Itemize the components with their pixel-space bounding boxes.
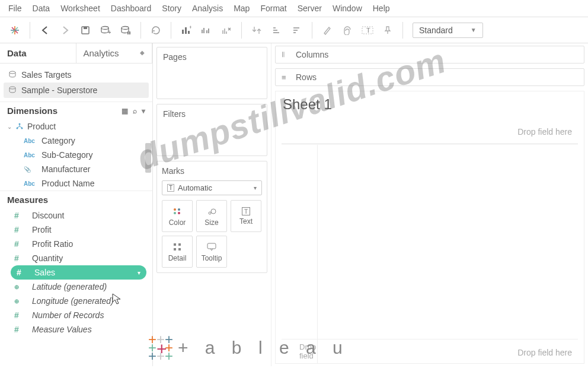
tableau-logo-icon[interactable] bbox=[6, 21, 24, 39]
highlight-button[interactable] bbox=[318, 21, 336, 39]
data-pane: Data Analytics ◆ Sales Targets Sample - … bbox=[0, 43, 153, 366]
sidebar-tabs: Data Analytics ◆ bbox=[0, 43, 152, 64]
svg-rect-26 bbox=[293, 30, 298, 31]
refresh-button[interactable] bbox=[147, 21, 165, 39]
menu-file[interactable]: File bbox=[8, 4, 22, 13]
clear-sheet-button[interactable] bbox=[218, 21, 235, 39]
field-longitude[interactable]: ⊕Longitude (generated) bbox=[0, 294, 152, 308]
menu-story[interactable]: Story bbox=[162, 4, 181, 13]
field-profit[interactable]: #Profit bbox=[0, 223, 152, 237]
filters-shelf[interactable]: Filters bbox=[156, 104, 267, 156]
field-subcategory[interactable]: AbcSub-Category bbox=[0, 148, 152, 162]
sheet-view[interactable]: Sheet 1 Drop field here Drop field Drop … bbox=[275, 91, 584, 364]
search-icon[interactable]: ⌕ bbox=[133, 107, 137, 115]
caret-down-icon: ▾ bbox=[254, 185, 257, 191]
svg-point-37 bbox=[174, 212, 176, 214]
menu-window[interactable]: Window bbox=[333, 4, 362, 13]
dimensions-header: Dimensions ▦ ⌕ ▾ bbox=[0, 101, 152, 119]
title-button[interactable]: T bbox=[359, 21, 376, 39]
rows-shelf[interactable]: ≡ Rows bbox=[275, 68, 584, 86]
tab-data[interactable]: Data bbox=[0, 43, 76, 63]
svg-point-35 bbox=[174, 208, 176, 211]
mark-detail-button[interactable]: Detail bbox=[162, 236, 193, 268]
field-measurevalues[interactable]: #Measure Values bbox=[0, 322, 152, 337]
mark-color-button[interactable]: Color bbox=[162, 200, 193, 232]
svg-point-30 bbox=[9, 71, 15, 74]
pin-button[interactable] bbox=[379, 21, 397, 39]
pages-shelf[interactable]: Pages bbox=[156, 47, 267, 99]
chevron-down-icon: ⌄ bbox=[7, 123, 12, 130]
menu-worksheet[interactable]: Worksheet bbox=[60, 4, 100, 13]
menu-format[interactable]: Format bbox=[260, 4, 286, 13]
globe-icon: ⊕ bbox=[14, 298, 27, 304]
datasource-list: Sales Targets Sample - Superstore bbox=[0, 64, 152, 101]
marks-title: Marks bbox=[162, 166, 262, 176]
new-datasource-button[interactable]: + bbox=[97, 21, 114, 39]
field-profitratio[interactable]: #Profit Ratio bbox=[0, 237, 152, 251]
field-productname[interactable]: AbcProduct Name bbox=[0, 176, 152, 191]
number-icon: # bbox=[14, 310, 27, 320]
duplicate-sheet-button[interactable] bbox=[197, 21, 215, 39]
pause-data-button[interactable] bbox=[117, 21, 135, 39]
database-icon bbox=[8, 71, 17, 79]
menu-caret-icon[interactable]: ▾ bbox=[142, 107, 145, 115]
caret-icon: ◆ bbox=[140, 49, 145, 56]
menu-data[interactable]: Data bbox=[33, 4, 50, 13]
number-icon: # bbox=[14, 225, 27, 234]
svg-rect-27 bbox=[293, 32, 296, 33]
field-quantity[interactable]: #Quantity bbox=[0, 251, 152, 265]
menu-analysis[interactable]: Analysis bbox=[192, 4, 223, 13]
number-icon: # bbox=[14, 211, 27, 220]
forward-button[interactable] bbox=[56, 21, 74, 39]
svg-rect-21 bbox=[226, 31, 227, 34]
svg-point-31 bbox=[9, 87, 15, 89]
field-manufacturer[interactable]: 📎Manufacturer bbox=[0, 162, 152, 176]
svg-rect-16 bbox=[203, 28, 204, 33]
svg-rect-45 bbox=[207, 243, 216, 249]
menu-map[interactable]: Map bbox=[234, 4, 250, 13]
marks-card: Marks T Automatic ▾ Color Size TText Det… bbox=[156, 161, 267, 273]
datasource-item[interactable]: Sales Targets bbox=[0, 67, 152, 83]
mark-text-button[interactable]: TText bbox=[231, 200, 261, 232]
svg-text:+: + bbox=[108, 29, 111, 35]
view-grid-icon[interactable]: ▦ bbox=[122, 107, 128, 115]
datasource-item-selected[interactable]: Sample - Superstore bbox=[4, 83, 149, 98]
hierarchy-icon bbox=[15, 122, 24, 131]
text-icon: T bbox=[242, 207, 250, 215]
mark-type-dropdown[interactable]: T Automatic ▾ bbox=[162, 180, 262, 195]
fit-dropdown-label: Standard bbox=[419, 26, 453, 35]
fit-dropdown[interactable]: Standard ▼ bbox=[413, 23, 483, 38]
back-button[interactable] bbox=[36, 21, 54, 39]
canvas-area: ⦀ Columns ≡ Rows Sheet 1 Drop field here… bbox=[271, 43, 588, 366]
tab-analytics[interactable]: Analytics ◆ bbox=[76, 43, 153, 63]
mark-tooltip-button[interactable]: Tooltip bbox=[196, 236, 227, 268]
field-category[interactable]: AbcCategory bbox=[0, 134, 152, 148]
svg-rect-12 bbox=[185, 27, 187, 34]
attach-button[interactable] bbox=[338, 21, 356, 39]
columns-shelf[interactable]: ⦀ Columns bbox=[275, 46, 584, 64]
menu-dashboard[interactable]: Dashboard bbox=[111, 4, 152, 13]
menu-help[interactable]: Help bbox=[373, 4, 390, 13]
hierarchy-product[interactable]: ⌄ Product bbox=[0, 119, 152, 134]
number-icon: # bbox=[17, 268, 30, 277]
field-sales-selected[interactable]: #Sales▾ bbox=[11, 265, 146, 280]
drop-hint-main: Drop field here bbox=[517, 348, 572, 357]
svg-point-38 bbox=[178, 212, 180, 214]
save-button[interactable] bbox=[76, 21, 94, 39]
sort-desc-button[interactable] bbox=[288, 21, 306, 39]
svg-rect-11 bbox=[182, 30, 184, 34]
field-latitude[interactable]: ⊕Latitude (generated) bbox=[0, 280, 152, 294]
color-icon bbox=[172, 206, 182, 217]
new-sheet-button[interactable]: + bbox=[177, 21, 195, 39]
field-discount[interactable]: #Discount bbox=[0, 208, 152, 223]
swap-button[interactable] bbox=[248, 21, 266, 39]
measures-list: #Discount #Profit #Profit Ratio #Quantit… bbox=[0, 208, 152, 337]
menu-server[interactable]: Server bbox=[298, 4, 322, 13]
svg-rect-19 bbox=[222, 30, 223, 34]
field-records[interactable]: #Number of Records bbox=[0, 308, 152, 322]
mark-size-button[interactable]: Size bbox=[196, 200, 227, 232]
toolbar: + + T Standard ▼ bbox=[0, 17, 588, 43]
sort-asc-button[interactable] bbox=[268, 21, 286, 39]
divider bbox=[282, 339, 578, 340]
scrollbar-thumb[interactable] bbox=[145, 143, 151, 173]
